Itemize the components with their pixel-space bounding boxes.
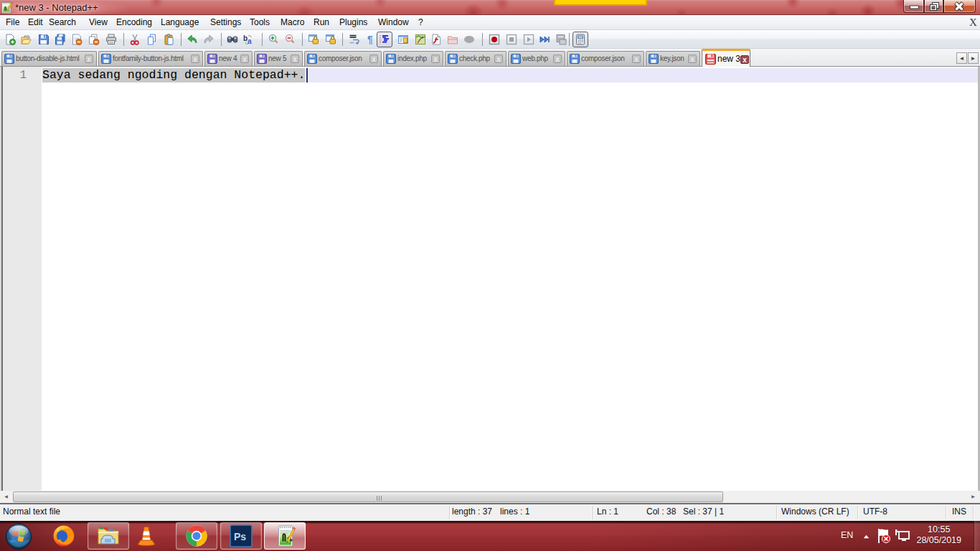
- svg-text:¶: ¶: [367, 34, 373, 45]
- svg-text:Ps: Ps: [234, 531, 246, 542]
